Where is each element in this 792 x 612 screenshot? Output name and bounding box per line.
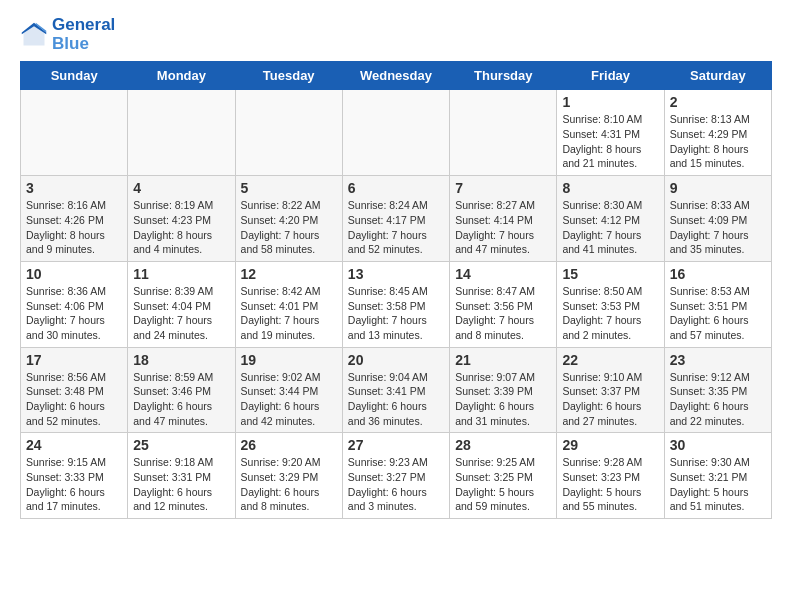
day-number: 14 — [455, 266, 551, 282]
day-number: 19 — [241, 352, 337, 368]
calendar-cell: 27Sunrise: 9:23 AM Sunset: 3:27 PM Dayli… — [342, 433, 449, 519]
day-number: 17 — [26, 352, 122, 368]
day-header-tuesday: Tuesday — [235, 62, 342, 90]
day-number: 18 — [133, 352, 229, 368]
calendar-cell: 22Sunrise: 9:10 AM Sunset: 3:37 PM Dayli… — [557, 347, 664, 433]
calendar-cell: 11Sunrise: 8:39 AM Sunset: 4:04 PM Dayli… — [128, 261, 235, 347]
day-number: 8 — [562, 180, 658, 196]
day-number: 26 — [241, 437, 337, 453]
day-detail: Sunrise: 9:04 AM Sunset: 3:41 PM Dayligh… — [348, 370, 444, 429]
calendar-week-3: 10Sunrise: 8:36 AM Sunset: 4:06 PM Dayli… — [21, 261, 772, 347]
logo: General Blue — [20, 16, 115, 53]
calendar-cell: 18Sunrise: 8:59 AM Sunset: 3:46 PM Dayli… — [128, 347, 235, 433]
day-number: 3 — [26, 180, 122, 196]
day-header-saturday: Saturday — [664, 62, 771, 90]
calendar-cell — [21, 90, 128, 176]
day-number: 23 — [670, 352, 766, 368]
calendar-cell: 7Sunrise: 8:27 AM Sunset: 4:14 PM Daylig… — [450, 176, 557, 262]
day-number: 29 — [562, 437, 658, 453]
calendar-cell: 14Sunrise: 8:47 AM Sunset: 3:56 PM Dayli… — [450, 261, 557, 347]
day-number: 30 — [670, 437, 766, 453]
logo-text: General Blue — [52, 16, 115, 53]
day-number: 7 — [455, 180, 551, 196]
calendar-cell: 2Sunrise: 8:13 AM Sunset: 4:29 PM Daylig… — [664, 90, 771, 176]
day-detail: Sunrise: 8:56 AM Sunset: 3:48 PM Dayligh… — [26, 370, 122, 429]
day-detail: Sunrise: 8:19 AM Sunset: 4:23 PM Dayligh… — [133, 198, 229, 257]
day-detail: Sunrise: 8:22 AM Sunset: 4:20 PM Dayligh… — [241, 198, 337, 257]
calendar-week-4: 17Sunrise: 8:56 AM Sunset: 3:48 PM Dayli… — [21, 347, 772, 433]
day-number: 21 — [455, 352, 551, 368]
day-detail: Sunrise: 8:39 AM Sunset: 4:04 PM Dayligh… — [133, 284, 229, 343]
day-detail: Sunrise: 8:50 AM Sunset: 3:53 PM Dayligh… — [562, 284, 658, 343]
calendar-cell: 26Sunrise: 9:20 AM Sunset: 3:29 PM Dayli… — [235, 433, 342, 519]
calendar-cell: 28Sunrise: 9:25 AM Sunset: 3:25 PM Dayli… — [450, 433, 557, 519]
calendar-cell: 9Sunrise: 8:33 AM Sunset: 4:09 PM Daylig… — [664, 176, 771, 262]
day-detail: Sunrise: 9:15 AM Sunset: 3:33 PM Dayligh… — [26, 455, 122, 514]
day-detail: Sunrise: 9:30 AM Sunset: 3:21 PM Dayligh… — [670, 455, 766, 514]
day-detail: Sunrise: 8:47 AM Sunset: 3:56 PM Dayligh… — [455, 284, 551, 343]
day-number: 13 — [348, 266, 444, 282]
day-detail: Sunrise: 8:42 AM Sunset: 4:01 PM Dayligh… — [241, 284, 337, 343]
calendar-cell: 30Sunrise: 9:30 AM Sunset: 3:21 PM Dayli… — [664, 433, 771, 519]
calendar-cell — [128, 90, 235, 176]
day-detail: Sunrise: 8:30 AM Sunset: 4:12 PM Dayligh… — [562, 198, 658, 257]
day-number: 10 — [26, 266, 122, 282]
calendar-cell: 29Sunrise: 9:28 AM Sunset: 3:23 PM Dayli… — [557, 433, 664, 519]
day-number: 6 — [348, 180, 444, 196]
day-detail: Sunrise: 9:20 AM Sunset: 3:29 PM Dayligh… — [241, 455, 337, 514]
calendar-cell: 8Sunrise: 8:30 AM Sunset: 4:12 PM Daylig… — [557, 176, 664, 262]
calendar-cell: 12Sunrise: 8:42 AM Sunset: 4:01 PM Dayli… — [235, 261, 342, 347]
calendar-cell: 15Sunrise: 8:50 AM Sunset: 3:53 PM Dayli… — [557, 261, 664, 347]
day-header-friday: Friday — [557, 62, 664, 90]
page-header: General Blue — [20, 16, 772, 53]
day-detail: Sunrise: 8:33 AM Sunset: 4:09 PM Dayligh… — [670, 198, 766, 257]
calendar-cell: 4Sunrise: 8:19 AM Sunset: 4:23 PM Daylig… — [128, 176, 235, 262]
calendar-week-1: 1Sunrise: 8:10 AM Sunset: 4:31 PM Daylig… — [21, 90, 772, 176]
day-detail: Sunrise: 9:18 AM Sunset: 3:31 PM Dayligh… — [133, 455, 229, 514]
day-header-monday: Monday — [128, 62, 235, 90]
day-detail: Sunrise: 9:10 AM Sunset: 3:37 PM Dayligh… — [562, 370, 658, 429]
day-detail: Sunrise: 8:53 AM Sunset: 3:51 PM Dayligh… — [670, 284, 766, 343]
day-header-sunday: Sunday — [21, 62, 128, 90]
day-number: 28 — [455, 437, 551, 453]
calendar-cell: 21Sunrise: 9:07 AM Sunset: 3:39 PM Dayli… — [450, 347, 557, 433]
day-number: 22 — [562, 352, 658, 368]
calendar-cell: 1Sunrise: 8:10 AM Sunset: 4:31 PM Daylig… — [557, 90, 664, 176]
calendar-cell: 5Sunrise: 8:22 AM Sunset: 4:20 PM Daylig… — [235, 176, 342, 262]
calendar-cell: 6Sunrise: 8:24 AM Sunset: 4:17 PM Daylig… — [342, 176, 449, 262]
day-detail: Sunrise: 8:13 AM Sunset: 4:29 PM Dayligh… — [670, 112, 766, 171]
calendar-cell — [342, 90, 449, 176]
day-number: 25 — [133, 437, 229, 453]
day-detail: Sunrise: 8:36 AM Sunset: 4:06 PM Dayligh… — [26, 284, 122, 343]
day-number: 1 — [562, 94, 658, 110]
day-detail: Sunrise: 9:12 AM Sunset: 3:35 PM Dayligh… — [670, 370, 766, 429]
calendar-cell: 17Sunrise: 8:56 AM Sunset: 3:48 PM Dayli… — [21, 347, 128, 433]
day-number: 2 — [670, 94, 766, 110]
calendar-cell — [450, 90, 557, 176]
day-detail: Sunrise: 9:28 AM Sunset: 3:23 PM Dayligh… — [562, 455, 658, 514]
calendar-cell: 20Sunrise: 9:04 AM Sunset: 3:41 PM Dayli… — [342, 347, 449, 433]
day-number: 16 — [670, 266, 766, 282]
day-detail: Sunrise: 8:27 AM Sunset: 4:14 PM Dayligh… — [455, 198, 551, 257]
day-number: 11 — [133, 266, 229, 282]
day-detail: Sunrise: 9:23 AM Sunset: 3:27 PM Dayligh… — [348, 455, 444, 514]
day-detail: Sunrise: 9:07 AM Sunset: 3:39 PM Dayligh… — [455, 370, 551, 429]
header-row: SundayMondayTuesdayWednesdayThursdayFrid… — [21, 62, 772, 90]
day-detail: Sunrise: 9:02 AM Sunset: 3:44 PM Dayligh… — [241, 370, 337, 429]
calendar-cell: 16Sunrise: 8:53 AM Sunset: 3:51 PM Dayli… — [664, 261, 771, 347]
day-detail: Sunrise: 8:10 AM Sunset: 4:31 PM Dayligh… — [562, 112, 658, 171]
calendar-week-5: 24Sunrise: 9:15 AM Sunset: 3:33 PM Dayli… — [21, 433, 772, 519]
logo-icon — [20, 21, 48, 49]
day-detail: Sunrise: 8:59 AM Sunset: 3:46 PM Dayligh… — [133, 370, 229, 429]
day-number: 4 — [133, 180, 229, 196]
day-detail: Sunrise: 9:25 AM Sunset: 3:25 PM Dayligh… — [455, 455, 551, 514]
day-detail: Sunrise: 8:45 AM Sunset: 3:58 PM Dayligh… — [348, 284, 444, 343]
calendar-cell: 3Sunrise: 8:16 AM Sunset: 4:26 PM Daylig… — [21, 176, 128, 262]
day-header-thursday: Thursday — [450, 62, 557, 90]
day-number: 27 — [348, 437, 444, 453]
calendar-cell: 10Sunrise: 8:36 AM Sunset: 4:06 PM Dayli… — [21, 261, 128, 347]
day-number: 9 — [670, 180, 766, 196]
day-detail: Sunrise: 8:16 AM Sunset: 4:26 PM Dayligh… — [26, 198, 122, 257]
calendar-cell: 24Sunrise: 9:15 AM Sunset: 3:33 PM Dayli… — [21, 433, 128, 519]
day-header-wednesday: Wednesday — [342, 62, 449, 90]
